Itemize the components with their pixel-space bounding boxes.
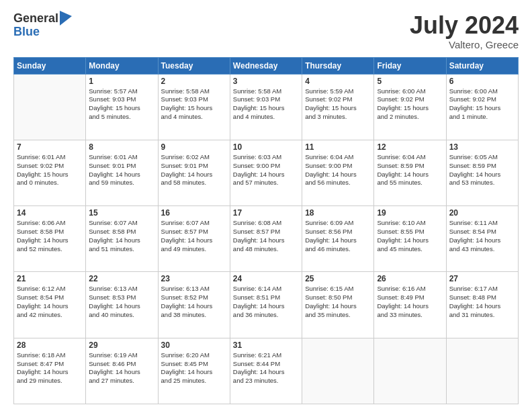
cell-info: Sunrise: 5:59 AM Sunset: 9:02 PM Dayligh… xyxy=(305,87,371,122)
cell-info: Sunrise: 6:07 AM Sunset: 8:58 PM Dayligh… xyxy=(89,219,154,253)
table-row xyxy=(302,338,374,404)
title-area: July 2024 Valtero, Greece xyxy=(410,12,519,50)
day-number: 20 xyxy=(449,208,515,218)
cell-info: Sunrise: 6:04 AM Sunset: 8:59 PM Dayligh… xyxy=(377,153,443,187)
table-row: 30Sunrise: 6:20 AM Sunset: 8:45 PM Dayli… xyxy=(158,338,230,404)
cell-info: Sunrise: 6:17 AM Sunset: 8:48 PM Dayligh… xyxy=(449,285,515,319)
day-number: 1 xyxy=(89,77,154,86)
table-row: 5Sunrise: 6:00 AM Sunset: 9:02 PM Daylig… xyxy=(374,74,446,140)
table-row: 15Sunrise: 6:07 AM Sunset: 8:58 PM Dayli… xyxy=(86,206,158,272)
logo-blue-text: Blue xyxy=(13,26,72,39)
day-number: 11 xyxy=(305,142,371,152)
cell-info: Sunrise: 6:10 AM Sunset: 8:55 PM Dayligh… xyxy=(377,219,443,253)
logo: General Blue xyxy=(13,12,72,39)
table-row: 12Sunrise: 6:04 AM Sunset: 8:59 PM Dayli… xyxy=(374,140,446,205)
day-number: 17 xyxy=(233,208,299,218)
table-row: 24Sunrise: 6:14 AM Sunset: 8:51 PM Dayli… xyxy=(230,272,302,338)
calendar-week-row: 1Sunrise: 5:57 AM Sunset: 9:03 PM Daylig… xyxy=(14,74,519,140)
table-row: 21Sunrise: 6:12 AM Sunset: 8:54 PM Dayli… xyxy=(14,272,86,338)
cell-info: Sunrise: 6:14 AM Sunset: 8:51 PM Dayligh… xyxy=(233,285,299,319)
day-number: 13 xyxy=(449,142,515,152)
day-number: 9 xyxy=(161,142,227,152)
table-row: 11Sunrise: 6:04 AM Sunset: 9:00 PM Dayli… xyxy=(302,140,374,205)
cell-info: Sunrise: 6:21 AM Sunset: 8:44 PM Dayligh… xyxy=(233,351,299,385)
cell-info: Sunrise: 6:07 AM Sunset: 8:57 PM Dayligh… xyxy=(161,219,227,253)
logo-general-text: General xyxy=(13,12,58,26)
cell-info: Sunrise: 6:00 AM Sunset: 9:02 PM Dayligh… xyxy=(377,87,443,122)
day-number: 22 xyxy=(89,274,154,283)
day-number: 5 xyxy=(377,77,443,86)
day-number: 14 xyxy=(17,208,83,218)
logo-icon xyxy=(60,11,72,26)
day-number: 18 xyxy=(305,208,371,218)
cell-info: Sunrise: 6:13 AM Sunset: 8:53 PM Dayligh… xyxy=(89,285,154,319)
cell-info: Sunrise: 6:01 AM Sunset: 9:02 PM Dayligh… xyxy=(17,153,83,187)
cell-info: Sunrise: 6:04 AM Sunset: 9:00 PM Dayligh… xyxy=(305,153,371,187)
day-number: 23 xyxy=(161,274,227,283)
table-row: 20Sunrise: 6:11 AM Sunset: 8:54 PM Dayli… xyxy=(446,206,518,272)
day-number: 3 xyxy=(233,77,299,86)
day-number: 26 xyxy=(377,274,443,283)
month-title: July 2024 xyxy=(410,12,519,39)
table-row: 27Sunrise: 6:17 AM Sunset: 8:48 PM Dayli… xyxy=(446,272,518,338)
calendar-week-row: 7Sunrise: 6:01 AM Sunset: 9:02 PM Daylig… xyxy=(14,140,519,205)
col-friday: Friday xyxy=(374,57,446,74)
day-number: 16 xyxy=(161,208,227,218)
day-number: 4 xyxy=(305,77,371,86)
day-number: 31 xyxy=(233,340,299,350)
cell-info: Sunrise: 6:19 AM Sunset: 8:46 PM Dayligh… xyxy=(89,351,154,385)
calendar-week-row: 14Sunrise: 6:06 AM Sunset: 8:58 PM Dayli… xyxy=(14,206,519,272)
table-row: 18Sunrise: 6:09 AM Sunset: 8:56 PM Dayli… xyxy=(302,206,374,272)
day-number: 7 xyxy=(17,142,83,152)
cell-info: Sunrise: 6:00 AM Sunset: 9:02 PM Dayligh… xyxy=(449,87,515,122)
table-row: 31Sunrise: 6:21 AM Sunset: 8:44 PM Dayli… xyxy=(230,338,302,404)
cell-info: Sunrise: 6:06 AM Sunset: 8:58 PM Dayligh… xyxy=(17,219,83,253)
table-row: 4Sunrise: 5:59 AM Sunset: 9:02 PM Daylig… xyxy=(302,74,374,140)
cell-info: Sunrise: 6:02 AM Sunset: 9:01 PM Dayligh… xyxy=(161,153,227,187)
day-number: 29 xyxy=(89,340,154,350)
svg-marker-0 xyxy=(60,11,72,26)
table-row: 22Sunrise: 6:13 AM Sunset: 8:53 PM Dayli… xyxy=(86,272,158,338)
day-number: 2 xyxy=(161,77,227,86)
cell-info: Sunrise: 5:58 AM Sunset: 9:03 PM Dayligh… xyxy=(233,87,299,122)
day-number: 6 xyxy=(449,77,515,86)
day-number: 15 xyxy=(89,208,154,218)
header: General Blue July 2024 Valtero, Greece xyxy=(13,12,519,50)
table-row: 10Sunrise: 6:03 AM Sunset: 9:00 PM Dayli… xyxy=(230,140,302,205)
day-number: 24 xyxy=(233,274,299,283)
cell-info: Sunrise: 6:16 AM Sunset: 8:49 PM Dayligh… xyxy=(377,285,443,319)
table-row: 17Sunrise: 6:08 AM Sunset: 8:57 PM Dayli… xyxy=(230,206,302,272)
table-row xyxy=(374,338,446,404)
table-row: 2Sunrise: 5:58 AM Sunset: 9:03 PM Daylig… xyxy=(158,74,230,140)
calendar-header-row: Sunday Monday Tuesday Wednesday Thursday… xyxy=(14,57,519,74)
col-sunday: Sunday xyxy=(14,57,86,74)
cell-info: Sunrise: 6:09 AM Sunset: 8:56 PM Dayligh… xyxy=(305,219,371,253)
day-number: 28 xyxy=(17,340,83,350)
day-number: 10 xyxy=(233,142,299,152)
col-thursday: Thursday xyxy=(302,57,374,74)
table-row: 26Sunrise: 6:16 AM Sunset: 8:49 PM Dayli… xyxy=(374,272,446,338)
col-saturday: Saturday xyxy=(446,57,518,74)
table-row: 16Sunrise: 6:07 AM Sunset: 8:57 PM Dayli… xyxy=(158,206,230,272)
day-number: 21 xyxy=(17,274,83,283)
col-wednesday: Wednesday xyxy=(230,57,302,74)
calendar-table: Sunday Monday Tuesday Wednesday Thursday… xyxy=(13,57,519,404)
cell-info: Sunrise: 6:13 AM Sunset: 8:52 PM Dayligh… xyxy=(161,285,227,319)
table-row: 1Sunrise: 5:57 AM Sunset: 9:03 PM Daylig… xyxy=(86,74,158,140)
page: General Blue July 2024 Valtero, Greece S… xyxy=(0,0,532,411)
table-row: 9Sunrise: 6:02 AM Sunset: 9:01 PM Daylig… xyxy=(158,140,230,205)
calendar-week-row: 28Sunrise: 6:18 AM Sunset: 8:47 PM Dayli… xyxy=(14,338,519,404)
cell-info: Sunrise: 6:03 AM Sunset: 9:00 PM Dayligh… xyxy=(233,153,299,187)
table-row: 28Sunrise: 6:18 AM Sunset: 8:47 PM Dayli… xyxy=(14,338,86,404)
cell-info: Sunrise: 6:05 AM Sunset: 8:59 PM Dayligh… xyxy=(449,153,515,187)
table-row: 8Sunrise: 6:01 AM Sunset: 9:01 PM Daylig… xyxy=(86,140,158,205)
cell-info: Sunrise: 5:58 AM Sunset: 9:03 PM Dayligh… xyxy=(161,87,227,122)
table-row: 19Sunrise: 6:10 AM Sunset: 8:55 PM Dayli… xyxy=(374,206,446,272)
table-row: 13Sunrise: 6:05 AM Sunset: 8:59 PM Dayli… xyxy=(446,140,518,205)
table-row: 7Sunrise: 6:01 AM Sunset: 9:02 PM Daylig… xyxy=(14,140,86,205)
location: Valtero, Greece xyxy=(410,39,519,50)
table-row: 14Sunrise: 6:06 AM Sunset: 8:58 PM Dayli… xyxy=(14,206,86,272)
table-row: 23Sunrise: 6:13 AM Sunset: 8:52 PM Dayli… xyxy=(158,272,230,338)
cell-info: Sunrise: 5:57 AM Sunset: 9:03 PM Dayligh… xyxy=(89,87,154,122)
cell-info: Sunrise: 6:18 AM Sunset: 8:47 PM Dayligh… xyxy=(17,351,83,385)
